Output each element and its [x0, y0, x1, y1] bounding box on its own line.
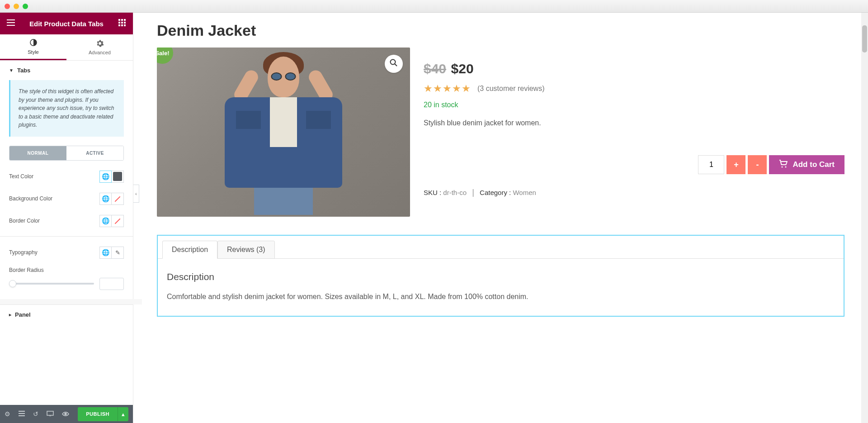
caret-down-icon: ▼: [9, 68, 14, 73]
tab-style[interactable]: Style: [0, 34, 66, 60]
caret-up-icon: ▴: [122, 411, 125, 418]
category-label: Category :: [480, 189, 511, 196]
theme-info-notice: The style of this widget is often affect…: [9, 80, 124, 137]
no-color-icon: [113, 216, 122, 225]
typography-edit-button[interactable]: ✎: [112, 247, 124, 259]
typography-label: Typography: [9, 249, 38, 256]
widgets-grid-button[interactable]: [116, 17, 128, 30]
maximize-window-icon[interactable]: [23, 4, 28, 9]
svg-rect-3: [118, 19, 120, 21]
svg-point-22: [785, 166, 787, 167]
border-radius-label: Border Radius: [9, 267, 124, 273]
tab-advanced-label: Advanced: [89, 50, 111, 55]
editor-mode-tabs: Style Advanced: [0, 34, 133, 61]
tab-style-label: Style: [28, 49, 38, 55]
preview-icon[interactable]: [62, 410, 69, 418]
product-title: Denim Jacket: [157, 22, 844, 39]
svg-rect-1: [7, 22, 15, 23]
background-color-picker[interactable]: [112, 193, 124, 205]
chevron-left-icon: ‹: [135, 191, 137, 196]
publish-button[interactable]: PUBLISH: [78, 407, 118, 421]
tab-description-content: Description Comfortable and stylish deni…: [158, 259, 844, 302]
border-color-picker[interactable]: [112, 215, 124, 227]
add-to-cart-label: Add to Cart: [793, 160, 835, 169]
section-tabs-body: The style of this widget is often affect…: [0, 80, 133, 236]
control-text-color: Text Color 🌐: [9, 171, 124, 183]
responsive-icon[interactable]: [47, 410, 54, 418]
scrollbar-thumb[interactable]: [862, 25, 867, 52]
price-old: $40: [424, 61, 446, 76]
data-tabs-nav: Description Reviews (3): [158, 236, 844, 259]
globe-dynamic-button[interactable]: 🌐: [99, 171, 112, 183]
section-tabs-header[interactable]: ▼ Tabs: [0, 61, 133, 80]
section-panel-header[interactable]: ▸ Panel: [0, 304, 133, 324]
product-data-tabs-widget[interactable]: Description Reviews (3) Description Comf…: [157, 235, 844, 317]
pencil-icon: ✎: [115, 249, 120, 256]
scrollbar-track[interactable]: [861, 13, 868, 423]
semicircle-icon: [29, 38, 38, 48]
publish-options-button[interactable]: ▴: [118, 407, 128, 421]
grid-icon: [118, 19, 126, 28]
description-body: Comfortable and stylish denim jacket for…: [167, 291, 835, 302]
close-window-icon[interactable]: [5, 4, 10, 9]
quantity-plus-button[interactable]: +: [726, 155, 745, 174]
svg-rect-14: [19, 413, 25, 414]
editor-footer: ⚙ ↺ PUBLISH ▴: [0, 405, 133, 423]
caret-right-icon: ▸: [9, 312, 11, 317]
editor-sidebar: Edit Product Data Tabs Style Advanced: [0, 13, 133, 423]
svg-line-20: [395, 64, 397, 66]
control-background-color: Background Color 🌐: [9, 193, 124, 205]
control-border-color: Border Color 🌐: [9, 215, 124, 227]
collapse-sidebar-handle[interactable]: ‹: [133, 185, 139, 203]
tab-description[interactable]: Description: [162, 241, 217, 259]
tab-advanced[interactable]: Advanced: [66, 34, 133, 60]
hamburger-icon: [7, 19, 15, 28]
editor-title: Edit Product Data Tabs: [17, 20, 116, 28]
border-radius-input[interactable]: [99, 278, 124, 290]
minimize-window-icon[interactable]: [14, 4, 19, 9]
magnifier-icon: [390, 59, 398, 69]
sale-badge: Sale!: [157, 48, 173, 64]
reviews-link[interactable]: (3 customer reviews): [477, 85, 544, 93]
info-text: The style of this widget is often affect…: [19, 88, 114, 128]
svg-rect-2: [7, 25, 15, 26]
svg-rect-7: [121, 22, 123, 24]
state-normal[interactable]: NORMAL: [9, 146, 66, 160]
color-swatch-icon: [113, 172, 122, 181]
navigator-icon[interactable]: [19, 410, 25, 418]
product-meta: SKU : dr-th-co | Category : Women: [424, 188, 844, 197]
text-color-picker[interactable]: [112, 171, 124, 183]
history-icon[interactable]: ↺: [33, 410, 38, 418]
short-description: Stylish blue denim jacket for women.: [424, 119, 844, 127]
menu-button[interactable]: [5, 17, 17, 30]
control-border-radius: Border Radius: [9, 267, 124, 290]
svg-rect-9: [118, 24, 120, 26]
window-chrome: [0, 0, 868, 13]
border-radius-slider[interactable]: [9, 283, 94, 285]
quantity-minus-button[interactable]: -: [748, 155, 767, 174]
price-new: $20: [451, 61, 474, 76]
globe-dynamic-button[interactable]: 🌐: [99, 193, 112, 205]
description-heading: Description: [167, 271, 835, 282]
globe-dynamic-button[interactable]: 🌐: [99, 215, 112, 227]
zoom-button[interactable]: [385, 55, 403, 73]
slider-handle-icon[interactable]: [9, 280, 16, 287]
quantity-input[interactable]: [698, 155, 724, 174]
globe-icon: 🌐: [102, 195, 109, 202]
svg-rect-4: [121, 19, 123, 21]
category-link[interactable]: Women: [513, 189, 536, 196]
svg-rect-13: [19, 411, 25, 412]
svg-point-21: [782, 166, 783, 167]
state-active[interactable]: ACTIVE: [66, 146, 123, 160]
add-to-cart-button[interactable]: Add to Cart: [769, 155, 844, 174]
tab-reviews[interactable]: Reviews (3): [217, 241, 274, 259]
product-image[interactable]: Sale!: [157, 48, 410, 217]
section-tabs-label: Tabs: [17, 67, 30, 74]
globe-icon: 🌐: [102, 217, 109, 224]
stock-status: 20 in stock: [424, 101, 844, 109]
settings-icon[interactable]: ⚙: [5, 410, 10, 418]
price: $40 $20: [424, 61, 844, 76]
globe-dynamic-button[interactable]: 🌐: [99, 247, 112, 259]
globe-icon: 🌐: [102, 173, 109, 180]
state-toggle: NORMAL ACTIVE: [9, 146, 124, 161]
